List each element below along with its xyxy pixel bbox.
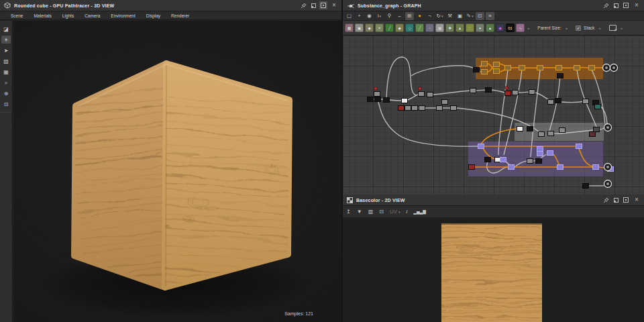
copy-icon[interactable]: ▥ bbox=[368, 209, 374, 215]
panel-graph: Substance_graph - GRAPH × ▢+◉i▾⚲↔⊞●¬↻▾⚒▣… bbox=[343, 0, 644, 195]
menu-materials[interactable]: Materials bbox=[28, 13, 56, 18]
transform-node-icon[interactable]: ◇ bbox=[405, 23, 414, 32]
environment-icon[interactable]: ▨ bbox=[1, 57, 11, 65]
shuffle-node-icon[interactable]: ✕ bbox=[375, 23, 384, 32]
stack-chevron: » bbox=[597, 26, 602, 30]
link-icon[interactable]: ↔ bbox=[395, 12, 404, 20]
save-icon[interactable]: ▼ bbox=[357, 209, 362, 215]
fit-image-icon[interactable]: ⊡ bbox=[379, 209, 384, 215]
pin-icon[interactable] bbox=[300, 2, 307, 9]
light-icon[interactable]: ☀ bbox=[1, 36, 11, 44]
curve-node-icon[interactable]: ╱ bbox=[385, 23, 394, 32]
panel-3d-title: Rounded cube - GPU Pathtracer - 3D VIEW bbox=[14, 3, 114, 8]
uv-dropdown[interactable]: UV▾ bbox=[390, 209, 400, 215]
samples-counter: Samples: 121 bbox=[284, 311, 313, 316]
float-window-icon[interactable] bbox=[614, 3, 619, 8]
text-node-icon[interactable]: ▣ bbox=[355, 23, 364, 32]
rotate-icon[interactable]: ↻▾ bbox=[435, 12, 444, 20]
close-icon[interactable]: × bbox=[633, 2, 640, 9]
panel-2d-view: Basecolor - 2D VIEW × ↥▼▥⊡UV▾i▂▅▃▇ bbox=[343, 195, 644, 322]
palette-overflow-chevron[interactable]: » bbox=[526, 26, 531, 30]
preview-icon[interactable]: ▣ bbox=[455, 12, 464, 20]
parent-size-label: Parent Size: bbox=[537, 25, 561, 30]
bitmap-node-icon[interactable]: ▩ bbox=[345, 23, 354, 32]
float-window-icon[interactable] bbox=[614, 198, 619, 203]
close-icon[interactable]: × bbox=[331, 2, 337, 9]
panel-graph-header: Substance_graph - GRAPH × bbox=[343, 0, 644, 11]
pointer-icon[interactable]: ➤ bbox=[1, 46, 11, 54]
add-node-icon[interactable]: ✚ bbox=[445, 23, 454, 32]
menu-lights[interactable]: Lights bbox=[57, 13, 79, 18]
add-frame-icon bbox=[609, 25, 616, 31]
3d-view-menubar: Scene Materials Lights Camera Environmen… bbox=[0, 11, 341, 20]
maximize-icon[interactable] bbox=[623, 197, 629, 203]
maximize-icon[interactable] bbox=[623, 3, 629, 8]
pyramid-node-icon[interactable]: ▲ bbox=[486, 23, 494, 32]
panel-3d-header: Rounded cube - GPU Pathtracer - 3D VIEW … bbox=[0, 0, 341, 11]
reroute-icon[interactable]: ¬ bbox=[425, 12, 434, 20]
zoom-icon[interactable]: ⚲ bbox=[385, 12, 394, 20]
cleanup-icon[interactable]: ✎▾ bbox=[466, 12, 474, 20]
wire-color-icon[interactable]: ● bbox=[415, 12, 424, 20]
scatter-node-icon[interactable]: ∴ bbox=[466, 23, 474, 32]
stack-checkbox[interactable]: ✓ bbox=[576, 25, 581, 31]
sphere-node-icon[interactable]: ● bbox=[476, 23, 484, 32]
spline-node-icon[interactable]: ∿ bbox=[516, 23, 525, 32]
close-icon[interactable]: × bbox=[633, 197, 640, 203]
tools-icon[interactable]: ⚒ bbox=[445, 12, 454, 20]
2d-view-toolbar: ↥▼▥⊡UV▾i▂▅▃▇ bbox=[343, 206, 644, 218]
node-palette-chips: ▩▣◆✕╱◆◇╱○▦✚▲∴●▲◉01∿ bbox=[345, 23, 525, 32]
info-icon[interactable]: i▾ bbox=[375, 12, 384, 20]
graph-nodes-icon[interactable]: ⊞ bbox=[405, 12, 414, 20]
blur-node-icon[interactable]: ◆ bbox=[365, 23, 374, 32]
substance-designer-app: Rounded cube - GPU Pathtracer - 3D VIEW … bbox=[0, 0, 644, 322]
graph-toolbar: ▢+◉i▾⚲↔⊞●¬↻▾⚒▣✎▾⊡≡ bbox=[343, 11, 644, 21]
shape-node-icon[interactable]: ○ bbox=[425, 23, 434, 32]
panel-graph-title: Substance_graph - GRAPH bbox=[358, 3, 421, 8]
menu-scene[interactable]: Scene bbox=[5, 13, 28, 18]
frame-icon[interactable]: ⊡ bbox=[476, 12, 484, 20]
export-icon[interactable]: ↥ bbox=[346, 209, 351, 215]
height-node-icon[interactable]: ▲ bbox=[455, 23, 464, 32]
info-icon[interactable]: i bbox=[407, 209, 408, 215]
mesh-sphere-icon[interactable]: ● bbox=[1, 78, 11, 87]
maximize-icon[interactable] bbox=[321, 3, 326, 8]
screenshot-icon[interactable]: ⊡ bbox=[1, 100, 11, 108]
histogram-icon[interactable]: ▂▅▃▇ bbox=[413, 209, 425, 214]
binary-node-icon[interactable]: 01 bbox=[506, 23, 515, 32]
2d-view-icon bbox=[347, 197, 353, 203]
menu-camera[interactable]: Camera bbox=[79, 13, 105, 18]
pan-icon[interactable]: + bbox=[355, 12, 364, 20]
graph-canvas[interactable] bbox=[343, 36, 644, 195]
panel-2d-title: Basecolor - 2D VIEW bbox=[356, 198, 405, 203]
stack-toggle[interactable]: ✓ Stack » bbox=[576, 25, 602, 31]
pin-icon[interactable] bbox=[602, 2, 609, 9]
menu-renderer[interactable]: Renderer bbox=[166, 13, 195, 18]
float-window-icon[interactable] bbox=[311, 3, 316, 8]
menu-environment[interactable]: Environment bbox=[105, 13, 141, 18]
3d-view-sidebar: ◪☀➤▨▦●⊕⊡ bbox=[0, 21, 13, 322]
turntable-icon[interactable]: ⊕ bbox=[1, 89, 11, 97]
2d-view-canvas[interactable] bbox=[343, 218, 644, 322]
parent-size-chevron: » bbox=[564, 26, 569, 30]
rounded-cube-render bbox=[13, 21, 341, 322]
panel-2d-header: Basecolor - 2D VIEW × bbox=[343, 195, 644, 206]
camera-icon[interactable]: ◉ bbox=[365, 12, 374, 20]
panel-3d-view: Rounded cube - GPU Pathtracer - 3D VIEW … bbox=[0, 0, 341, 322]
add-frame-button[interactable]: » bbox=[609, 25, 624, 31]
3d-viewport[interactable]: Samples: 121 bbox=[13, 21, 341, 322]
graph-icon bbox=[347, 3, 354, 9]
material-icon[interactable]: ▦ bbox=[1, 68, 11, 76]
slope-blur-node-icon[interactable]: ╱ bbox=[415, 23, 424, 32]
pin-icon[interactable] bbox=[602, 197, 609, 203]
tile-node-icon[interactable]: ▦ bbox=[435, 23, 444, 32]
colorwheel-node-icon[interactable]: ◉ bbox=[496, 23, 504, 32]
texture-preview bbox=[441, 223, 542, 322]
frame-chevron: » bbox=[619, 26, 624, 30]
menu-display[interactable]: Display bbox=[141, 13, 166, 18]
marquee-select-icon[interactable]: ▢ bbox=[345, 12, 354, 20]
outline-icon[interactable]: ≡ bbox=[486, 12, 494, 20]
parent-size-dropdown[interactable]: Parent Size: » bbox=[537, 25, 569, 30]
warp-node-icon[interactable]: ◆ bbox=[395, 23, 404, 32]
display-camera-icon[interactable]: ◪ bbox=[1, 25, 11, 33]
